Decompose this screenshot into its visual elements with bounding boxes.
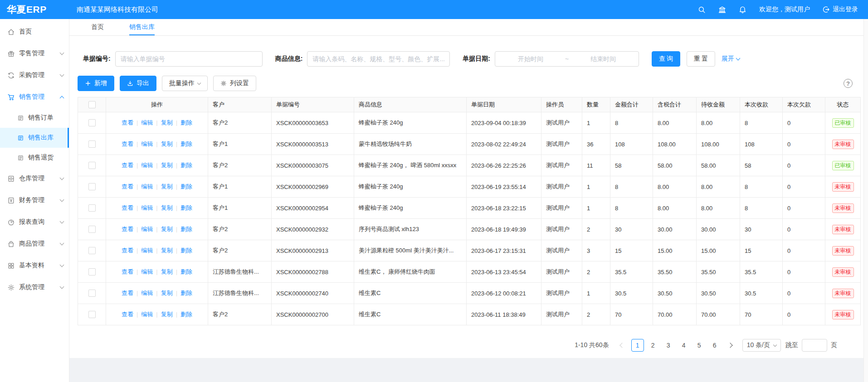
- delete-link[interactable]: 删除: [180, 140, 192, 147]
- delete-link[interactable]: 删除: [180, 311, 192, 318]
- edit-link[interactable]: 编辑: [141, 311, 153, 318]
- logout-button[interactable]: 退出登录: [823, 5, 858, 14]
- view-link[interactable]: 查看: [122, 140, 133, 147]
- product-info-input[interactable]: [307, 51, 450, 67]
- copy-link[interactable]: 复制: [161, 162, 173, 169]
- prev-page-button[interactable]: [616, 339, 629, 352]
- sidebar-item-product[interactable]: 商品管理: [0, 233, 69, 255]
- view-link[interactable]: 查看: [122, 290, 133, 296]
- sidebar-item-home[interactable]: 首页: [0, 21, 69, 43]
- view-link[interactable]: 查看: [122, 268, 133, 275]
- sidebar-item-purchase[interactable]: 采购管理: [0, 64, 69, 86]
- copy-link[interactable]: 复制: [161, 268, 173, 275]
- row-checkbox[interactable]: [88, 311, 96, 318]
- vertical-scrollbar[interactable]: [863, 19, 868, 382]
- sidebar-item-basic[interactable]: 基本资料: [0, 255, 69, 276]
- copy-link[interactable]: 复制: [161, 311, 173, 318]
- page-button-4[interactable]: 4: [678, 339, 690, 352]
- view-link[interactable]: 查看: [122, 311, 133, 318]
- page-size-select[interactable]: 10 条/页: [742, 339, 781, 352]
- view-link[interactable]: 查看: [122, 183, 133, 190]
- received-cell: 108: [740, 134, 783, 155]
- search-icon[interactable]: [698, 6, 706, 14]
- delete-link[interactable]: 删除: [180, 247, 192, 254]
- delete-link[interactable]: 删除: [180, 119, 192, 126]
- view-link[interactable]: 查看: [122, 162, 133, 169]
- row-checkbox[interactable]: [88, 290, 96, 297]
- export-button[interactable]: 导出: [120, 76, 156, 91]
- tab-home[interactable]: 首页: [91, 19, 104, 35]
- edit-link[interactable]: 编辑: [141, 183, 153, 190]
- sidebar-item-system[interactable]: 系统管理: [0, 276, 69, 298]
- page-button-1[interactable]: 1: [631, 339, 644, 352]
- row-checkbox[interactable]: [88, 204, 96, 212]
- expand-toggle[interactable]: 展开: [722, 55, 740, 63]
- receivable-cell: 8.00: [697, 112, 740, 134]
- delete-link[interactable]: 删除: [180, 183, 192, 190]
- action-separator: |: [176, 311, 177, 318]
- reset-button[interactable]: 重置: [687, 51, 715, 67]
- copy-link[interactable]: 复制: [161, 183, 173, 190]
- row-checkbox[interactable]: [88, 162, 96, 169]
- page-button-3[interactable]: 3: [662, 339, 675, 352]
- date-range-picker[interactable]: ~: [495, 51, 639, 67]
- copy-link[interactable]: 复制: [161, 140, 173, 147]
- delete-link[interactable]: 删除: [180, 290, 192, 296]
- copy-link[interactable]: 复制: [161, 247, 173, 254]
- column-settings-button[interactable]: 列设置: [213, 76, 256, 91]
- edit-link[interactable]: 编辑: [141, 162, 153, 169]
- chevron-down-icon: [60, 285, 64, 289]
- edit-link[interactable]: 编辑: [141, 204, 153, 211]
- bank-icon[interactable]: [718, 6, 726, 14]
- copy-link[interactable]: 复制: [161, 226, 173, 232]
- tab-sales-outbound[interactable]: 销售出库: [129, 19, 155, 35]
- date-end-input[interactable]: [571, 55, 636, 63]
- sidebar-item-finance[interactable]: 财务管理: [0, 189, 69, 211]
- view-link[interactable]: 查看: [122, 119, 133, 126]
- page-button-6[interactable]: 6: [708, 339, 721, 352]
- row-checkbox[interactable]: [88, 183, 96, 190]
- edit-link[interactable]: 编辑: [141, 268, 153, 275]
- row-checkbox[interactable]: [88, 140, 96, 148]
- select-all-checkbox[interactable]: [88, 101, 96, 108]
- copy-link[interactable]: 复制: [161, 290, 173, 296]
- edit-link[interactable]: 编辑: [141, 119, 153, 126]
- next-page-button[interactable]: [724, 339, 736, 352]
- delete-link[interactable]: 删除: [180, 204, 192, 211]
- batch-ops-button[interactable]: 批量操作: [162, 76, 208, 91]
- page-button-5[interactable]: 5: [693, 339, 706, 352]
- view-link[interactable]: 查看: [122, 226, 133, 232]
- delete-link[interactable]: 删除: [180, 162, 192, 169]
- sidebar-item-sales-outbound[interactable]: 销售出库: [0, 128, 69, 148]
- copy-link[interactable]: 复制: [161, 204, 173, 211]
- edit-link[interactable]: 编辑: [141, 226, 153, 232]
- edit-link[interactable]: 编辑: [141, 140, 153, 147]
- bell-icon[interactable]: [739, 6, 746, 14]
- copy-link[interactable]: 复制: [161, 119, 173, 126]
- delete-link[interactable]: 删除: [180, 226, 192, 232]
- jump-page-input[interactable]: [802, 339, 827, 352]
- sidebar-item-report[interactable]: 报表查询: [0, 211, 69, 233]
- sidebar-item-warehouse[interactable]: 仓库管理: [0, 168, 69, 189]
- search-button[interactable]: 查询: [652, 51, 680, 67]
- row-checkbox[interactable]: [88, 268, 96, 276]
- sidebar-item-sales-return[interactable]: 销售退货: [0, 148, 69, 168]
- add-button[interactable]: 新增: [78, 76, 114, 91]
- sidebar-item-sales-order[interactable]: 销售订单: [0, 108, 69, 128]
- row-checkbox[interactable]: [88, 226, 96, 233]
- qty-cell: 1: [582, 283, 610, 304]
- sidebar-item-retail[interactable]: 零售管理: [0, 43, 69, 64]
- view-link[interactable]: 查看: [122, 204, 133, 211]
- delete-link[interactable]: 删除: [180, 268, 192, 275]
- view-link[interactable]: 查看: [122, 247, 133, 254]
- help-icon[interactable]: ?: [844, 79, 853, 88]
- bill-no-input[interactable]: [115, 51, 263, 67]
- date-start-input[interactable]: [498, 55, 563, 63]
- page-button-2[interactable]: 2: [647, 339, 659, 352]
- status-cell: 未审核: [825, 283, 861, 304]
- row-checkbox[interactable]: [88, 247, 96, 254]
- edit-link[interactable]: 编辑: [141, 290, 153, 296]
- edit-link[interactable]: 编辑: [141, 247, 153, 254]
- row-checkbox[interactable]: [88, 119, 96, 126]
- sidebar-item-sales[interactable]: 销售管理: [0, 86, 69, 108]
